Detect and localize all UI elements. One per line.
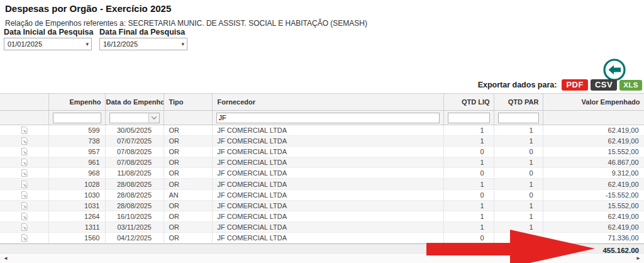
cell-qtd-liq: 0 [443,147,494,157]
cell-empenho: 968 [48,168,105,179]
filter-cell-icon [0,111,48,125]
cell-empenho: 1311 [48,221,105,232]
end-date-value: 16/12/2025 [103,40,181,48]
cell-tipo: AN [164,189,212,200]
back-button[interactable] [602,58,626,82]
cell-tipo: OR [164,136,212,147]
cell-open-icon [0,125,48,136]
scroll-right-icon[interactable]: ► [633,256,644,261]
column-header-qtd-liq[interactable]: QTD LIQ [443,94,494,111]
cell-open-icon [0,157,48,168]
table-row: 599 30/05/2025 OR JF COMERCIAL LTDA 1 1 … [0,125,644,136]
cell-qtd-par: 1 [494,179,543,189]
fornecedor-filter-input[interactable] [216,113,440,123]
cell-data-empenho: 16/10/2025 [105,211,164,221]
open-document-icon[interactable] [20,169,28,177]
cell-data-empenho: 30/05/2025 [105,125,164,136]
cell-valor-empenhado: 71.336,00 [543,232,644,243]
column-header-fornecedor[interactable]: Fornecedor [212,94,443,111]
cell-open-icon [0,232,48,243]
scroll-left-icon[interactable]: ◄ [0,256,11,261]
open-document-icon[interactable] [20,223,28,232]
open-document-icon[interactable] [20,158,28,167]
page-header: Despesas por Orgão - Exercício 2025 Rela… [0,0,644,28]
report-page: Despesas por Orgão - Exercício 2025 Rela… [0,0,644,263]
table-filter-row [0,111,644,125]
qtd-liq-filter-input[interactable] [448,113,490,123]
table-row: 1311 03/11/2025 OR JF COMERCIAL LTDA 1 1… [0,221,644,232]
export-bar: Exportar dados para: PDF CSV XLS [478,79,642,91]
cell-data-empenho: 07/07/2025 [105,136,164,147]
cell-fornecedor: JF COMERCIAL LTDA [212,147,443,157]
end-date-filter: Data Final da Pesquisa 16/12/2025 ▾ [99,28,187,50]
export-pdf-button[interactable]: PDF [562,79,588,91]
open-document-icon[interactable] [20,191,28,199]
empenho-filter-input[interactable] [53,113,101,123]
table-row: 1028 28/08/2025 OR JF COMERCIAL LTDA 1 1… [0,179,644,189]
end-date-label: Data Final da Pesquisa [99,28,187,36]
cell-valor-empenhado: 62.419,00 [543,179,644,189]
dropdown-arrow-icon: ▾ [86,42,89,47]
open-document-icon[interactable] [20,126,28,135]
table-row: 1030 28/08/2025 AN JF COMERCIAL LTDA 0 0… [0,189,644,200]
cell-qtd-par: 1 [494,136,543,147]
cell-qtd-liq: 1 [443,211,494,221]
cell-qtd-liq: 1 [443,179,494,189]
open-document-icon[interactable] [20,201,28,210]
column-header-icon [0,94,48,111]
cell-fornecedor: JF COMERCIAL LTDA [212,211,443,221]
cell-empenho: 1031 [48,200,105,211]
cell-tipo: OR [164,147,212,157]
chevron-down-icon[interactable] [148,113,159,123]
cell-qtd-liq: 1 [443,221,494,232]
column-header-valor-empenhado[interactable]: Valor Empenhado [543,94,644,111]
column-header-data-empenho[interactable]: Data do Empenho [105,94,164,111]
table-row: 1264 16/10/2025 OR JF COMERCIAL LTDA 1 1… [0,211,644,221]
column-header-empenho[interactable]: Empenho [48,94,105,111]
data-empenho-filter-select[interactable] [109,113,160,123]
horizontal-scrollbar[interactable]: ◄ ► [0,253,644,263]
filter-cell-fornecedor [212,111,443,125]
cell-qtd-liq: 0 [443,232,494,243]
open-document-icon[interactable] [20,212,28,221]
cell-open-icon [0,211,48,221]
cell-tipo: OR [164,211,212,221]
page-subtitle: Relação de Empenhos referentes a: SECRET… [5,19,644,28]
open-document-icon[interactable] [20,137,28,145]
cell-open-icon [0,200,48,211]
export-csv-button[interactable]: CSV [591,79,617,91]
cell-valor-empenhado: 62.419,00 [543,211,644,221]
cell-valor-empenhado: 15.552,00 [543,200,644,211]
table-body: 599 30/05/2025 OR JF COMERCIAL LTDA 1 1 … [0,125,644,243]
cell-fornecedor: JF COMERCIAL LTDA [212,232,443,243]
cell-data-empenho: 07/08/2025 [105,147,164,157]
start-date-select[interactable]: 01/01/2025 ▾ [4,38,92,50]
cell-tipo: OR [164,179,212,189]
cell-empenho: 599 [48,125,105,136]
table-row: 957 07/08/2025 OR JF COMERCIAL LTDA 0 0 … [0,147,644,157]
table-row: 738 07/07/2025 OR JF COMERCIAL LTDA 1 1 … [0,136,644,147]
open-document-icon[interactable] [20,147,28,156]
cell-qtd-par: 1 [494,221,543,232]
end-date-select[interactable]: 16/12/2025 ▾ [99,38,187,50]
cell-qtd-liq: 0 [443,189,494,200]
filter-cell-valor [543,111,644,125]
open-document-icon[interactable] [20,233,28,242]
cell-valor-empenhado: 15.552,00 [543,147,644,157]
table-row: 1031 28/08/2025 OR JF COMERCIAL LTDA 1 1… [0,200,644,211]
cell-fornecedor: JF COMERCIAL LTDA [212,136,443,147]
table-row: 968 11/08/2025 OR JF COMERCIAL LTDA 0 0 … [0,168,644,179]
column-header-qtd-par[interactable]: QTD PAR [494,94,543,111]
date-filters: Data Inicial da Pesquisa 01/01/2025 ▾ Da… [4,28,187,50]
cell-qtd-liq: 1 [443,125,494,136]
column-header-tipo[interactable]: Tipo [164,94,212,111]
cell-fornecedor: JF COMERCIAL LTDA [212,179,443,189]
filter-cell-empenho [48,111,105,125]
export-xls-button[interactable]: XLS [619,80,642,91]
open-document-icon[interactable] [20,180,28,189]
cell-data-empenho: 28/08/2025 [105,179,164,189]
cell-fornecedor: JF COMERCIAL LTDA [212,200,443,211]
cell-valor-empenhado: 62.419,00 [543,136,644,147]
qtd-par-filter-input[interactable] [498,113,539,123]
filter-cell-qtd-par [494,111,543,125]
